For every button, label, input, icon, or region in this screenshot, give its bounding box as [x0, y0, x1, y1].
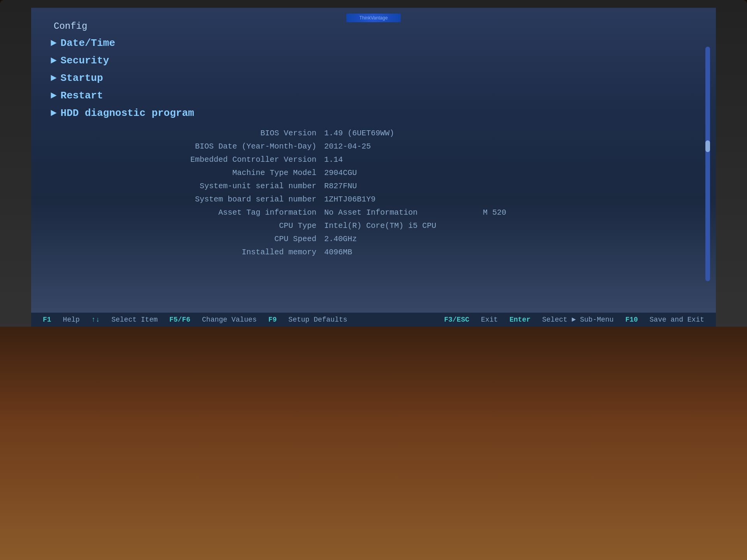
bios-statusbar: F1 Help ↑↓ Select Item F5/F6 Change Valu… — [31, 312, 716, 327]
status-group-right: F3/ESC Exit Enter Select ► Sub-Menu F10 … — [444, 316, 704, 324]
cpu-speed-value: 2.40GHz — [324, 233, 696, 246]
arrows-key: ↑↓ — [91, 316, 100, 324]
asset-tag-label: Asset Tag information — [51, 206, 324, 219]
menu-item-security[interactable]: ► Security — [51, 53, 696, 68]
bios-version-label: BIOS Version — [51, 127, 324, 140]
arrows-desc: Select Item — [111, 316, 158, 324]
serial-unit-value: R827FNU — [324, 180, 696, 193]
asset-tag-extra: M 520 — [483, 208, 506, 217]
info-row-cpu-speed: CPU Speed 2.40GHz — [51, 233, 696, 246]
arrow-icon-startup: ► — [51, 71, 57, 86]
info-row-bios-date: BIOS Date (Year-Month-Day) 2012-04-25 — [51, 140, 696, 153]
info-row-serial-unit: System-unit serial number R827FNU — [51, 180, 696, 193]
info-row-bios-version: BIOS Version 1.49 (6UET69WW) — [51, 127, 696, 140]
machine-type-value: 2904CGU — [324, 166, 696, 180]
bios-date-label: BIOS Date (Year-Month-Day) — [51, 140, 324, 153]
datetime-label: Date/Time — [61, 36, 115, 51]
arrow-icon-datetime: ► — [51, 36, 57, 51]
serial-board-label: System board serial number — [51, 193, 324, 206]
menu-item-hdd[interactable]: ► HDD diagnostic program — [51, 106, 696, 121]
arrow-icon-hdd: ► — [51, 106, 57, 121]
bios-version-value: 1.49 (6UET69WW) — [324, 127, 696, 140]
ec-version-label: Embedded Controller Version — [51, 153, 324, 166]
cpu-type-value: Intel(R) Core(TM) i5 CPU — [324, 219, 696, 233]
f5f6-key: F5/F6 — [169, 316, 190, 324]
info-row-asset-tag: Asset Tag information No Asset Informati… — [51, 206, 696, 219]
desk — [0, 327, 747, 560]
info-row-ec-version: Embedded Controller Version 1.14 — [51, 153, 696, 166]
bios-screen: Config ► Date/Time ► Security ► Startup … — [31, 8, 716, 327]
f10-key: F10 — [625, 316, 638, 324]
thinkvantage-button[interactable]: ThinkVantage — [346, 14, 401, 22]
f3esc-desc: Exit — [481, 316, 498, 324]
info-row-machine-type: Machine Type Model 2904CGU — [51, 166, 696, 180]
restart-label: Restart — [61, 88, 103, 103]
enter-desc: Select ► Sub-Menu — [542, 316, 614, 324]
status-group-left: F1 Help ↑↓ Select Item F5/F6 Change Valu… — [43, 316, 347, 324]
serial-board-value: 1ZHTJ06B1Y9 — [324, 193, 696, 206]
system-info-section: BIOS Version 1.49 (6UET69WW) BIOS Date (… — [51, 127, 696, 259]
ec-version-value: 1.14 — [324, 153, 696, 166]
serial-unit-label: System-unit serial number — [51, 180, 324, 193]
info-row-cpu-type: CPU Type Intel(R) Core(TM) i5 CPU — [51, 219, 696, 233]
menu-item-datetime[interactable]: ► Date/Time — [51, 36, 696, 51]
config-label: Config — [54, 21, 87, 32]
cpu-speed-label: CPU Speed — [51, 233, 324, 246]
f5f6-desc: Change Values — [202, 316, 256, 324]
laptop-lid: Config ► Date/Time ► Security ► Startup … — [0, 0, 747, 350]
info-row-serial-board: System board serial number 1ZHTJ06B1Y9 — [51, 193, 696, 206]
bios-menu: Config ► Date/Time ► Security ► Startup … — [51, 19, 696, 121]
startup-label: Startup — [61, 71, 103, 86]
memory-value: 4096MB — [324, 246, 696, 259]
bios-date-value: 2012-04-25 — [324, 140, 696, 153]
menu-item-restart[interactable]: ► Restart — [51, 88, 696, 103]
security-label: Security — [61, 53, 109, 68]
cpu-type-label: CPU Type — [51, 219, 324, 233]
scrollbar[interactable] — [705, 47, 710, 281]
thinkvantage-label: ThinkVantage — [359, 15, 388, 21]
f9-key: F9 — [268, 316, 277, 324]
info-grid: BIOS Version 1.49 (6UET69WW) BIOS Date (… — [51, 127, 696, 259]
scrollbar-thumb — [705, 140, 710, 152]
enter-key: Enter — [510, 316, 531, 324]
menu-item-startup[interactable]: ► Startup — [51, 71, 696, 86]
memory-label: Installed memory — [51, 246, 324, 259]
f9-desc: Setup Defaults — [288, 316, 347, 324]
machine-type-label: Machine Type Model — [51, 166, 324, 180]
arrow-icon-restart: ► — [51, 88, 57, 103]
arrow-icon-security: ► — [51, 53, 57, 68]
info-row-memory: Installed memory 4096MB — [51, 246, 696, 259]
f1-key: F1 — [43, 316, 51, 324]
asset-tag-value: No Asset Information M 520 — [324, 206, 696, 219]
f1-desc: Help — [63, 316, 80, 324]
bios-content: Config ► Date/Time ► Security ► Startup … — [31, 8, 716, 312]
f10-desc: Save and Exit — [650, 316, 704, 324]
f3esc-key: F3/ESC — [444, 316, 469, 324]
hdd-label: HDD diagnostic program — [61, 106, 194, 121]
